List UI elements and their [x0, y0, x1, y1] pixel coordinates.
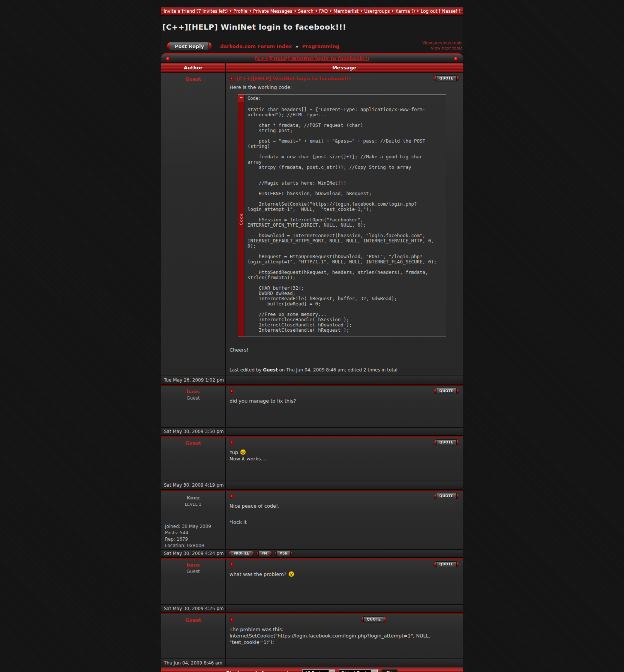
quote-button[interactable]: QUOTE [434, 439, 459, 445]
post-subject-row: QUOTE [230, 561, 459, 567]
topbar-link-profile[interactable]: Profile [234, 9, 248, 14]
code-list-icon: ≡ [238, 95, 244, 102]
quote-button[interactable]: QUOTE [434, 493, 459, 499]
post-icon [230, 494, 234, 498]
post-subject-row: QUOTE [230, 388, 459, 394]
quote-button-label: QUOTE [436, 75, 456, 81]
author-joined: Joined: 30 May 2009 [165, 523, 225, 530]
post-row: Guest QUOTE The problem was this: Intern… [161, 614, 463, 658]
quote-button[interactable]: QUOTE [434, 388, 459, 394]
button-red-cap [434, 439, 436, 445]
topbar-link-faq[interactable]: FAQ [319, 9, 328, 14]
button-red-cap [456, 75, 459, 81]
author-cell: Guest [161, 73, 226, 376]
topic-navigation-links: View previous topic View next topic [422, 41, 462, 51]
thread-title-link[interactable]: [C++][HELP] WinINet login to facebook!!! [255, 56, 369, 61]
profile-button-label: PROFILE [231, 551, 252, 556]
topbar-separator: • [315, 9, 318, 14]
page-title: [C++][HELP] WinINet login to facebook!!! [162, 23, 463, 32]
code-content[interactable]: static char headers[] = {"Content-Type: … [244, 102, 440, 337]
author-posts: Posts: 544 [165, 530, 225, 536]
message-cell: QUOTE Yup Now it works.... [226, 437, 463, 481]
topbar-link-karma[interactable]: Karma () [396, 9, 415, 14]
topbar-separator: • [392, 9, 394, 14]
titlebar-dot-left-icon [166, 57, 170, 61]
post-row: Koez LEVEL 1 Joined: 30 May 2009 Posts: … [161, 491, 463, 549]
post-footer-row: Sat May 30, 2009 4:24 pm PROFILE PM MSN [161, 549, 463, 557]
edited-note-text: on Thu Jun 04, 2009 8:46 am; edited 2 ti… [278, 367, 398, 373]
quote-button[interactable]: QUOTE [434, 75, 459, 81]
breadcrumb-forum-index-link[interactable]: darkode.com Forum Index [220, 44, 292, 49]
quote-button[interactable]: QUOTE [361, 616, 386, 622]
post-author-rank: Guest [161, 395, 225, 401]
post-footer-row: Thu Jun 04, 2009 8:46 am [161, 658, 463, 667]
select-value: All Posts [303, 670, 328, 672]
post-body-line: what was the problem? [230, 571, 459, 577]
topbar-link-usergroups[interactable]: Usergroups [364, 9, 390, 14]
post-author-profile-link[interactable]: Koez [186, 495, 200, 501]
code-block-content-area: Code: static char headers[] = {"Content-… [244, 95, 446, 337]
post-body-line: Cheers! [230, 347, 459, 353]
post-reply-button[interactable]: Post Reply [167, 42, 212, 50]
forum-panel: Invite a friend (7 invites left)•Profile… [161, 8, 463, 672]
breadcrumb-row: Post Reply darkode.com Forum Index » Pro… [162, 41, 462, 51]
post-body-line: "test_cookie=1;"); [230, 639, 459, 645]
topbar-link-search[interactable]: Search [298, 9, 314, 14]
display-posts-label: Display posts from previous: [226, 670, 299, 672]
post-row: baus Guest QUOTE did you manage to fix t… [161, 386, 463, 427]
topbar-link-private-messages[interactable]: Private Messages [253, 9, 292, 14]
display-posts-filter-select[interactable]: All Posts▼ [302, 669, 335, 672]
post-footer-actions [226, 428, 463, 435]
button-red-cap [434, 493, 436, 499]
biggrin-smiley-icon [240, 449, 246, 455]
dropdown-arrow-icon[interactable]: ▼ [328, 670, 335, 672]
code-vertical-bar: Code [238, 102, 244, 337]
topbar-link-logout[interactable]: Log out [ Nassef ] [421, 9, 460, 14]
author-location: Location: 0xB00B [165, 543, 225, 549]
topbar-link-invite-a-friend[interactable]: Invite a friend (7 invites left) [164, 9, 228, 14]
post-author: baus [161, 389, 225, 394]
quote-button-label: QUOTE [436, 493, 456, 499]
post-body-line: Nice peace of code!. [230, 503, 459, 509]
breadcrumb-programming-link[interactable]: Programming [302, 44, 339, 49]
view-previous-topic-link[interactable]: View previous topic [422, 41, 462, 46]
pm-button[interactable]: PM [256, 551, 272, 556]
post-author-rank: LEVEL 1 [161, 502, 225, 507]
profile-button[interactable]: PROFILE [229, 551, 254, 556]
post-body-line: Now it works.... [230, 456, 459, 462]
post-footer-row: Sat May 30, 2009 3:50 pm [161, 427, 463, 435]
post-footer-row: Tue May 26, 2009 1:02 pm [161, 376, 463, 384]
post-author-details: Joined: 30 May 2009 Posts: 544 Rep: 1679… [161, 523, 225, 549]
post-row: baus Guest QUOTE what was the problem? [161, 559, 463, 604]
post-author: Guest [161, 617, 225, 623]
topbar-link-memberlist[interactable]: Memberlist [333, 9, 358, 14]
post-footer-row: Sat May 30, 2009 4:19 pm [161, 481, 463, 489]
msn-button[interactable]: MSN [274, 551, 292, 556]
author-cell: baus Guest [161, 559, 226, 604]
code-vertical-label: Code [239, 213, 244, 225]
topbar-separator: • [230, 9, 232, 14]
post-icon [230, 618, 234, 622]
select-value: Oldest First [339, 670, 371, 672]
topbar-separator: • [417, 9, 419, 14]
post-footer-actions [226, 376, 463, 384]
post-timestamp: Tue May 26, 2009 1:02 pm [161, 376, 226, 384]
post-subject: [C++][HELP] WinINet login to facebook!!! [236, 76, 351, 81]
quote-button[interactable]: QUOTE [434, 561, 459, 567]
message-cell: QUOTE Nice peace of code!. *lock it [226, 491, 463, 549]
dropdown-arrow-icon[interactable]: ▼ [371, 670, 377, 672]
post-footer-actions [226, 605, 463, 612]
post-body-line: *lock it [230, 519, 459, 525]
button-red-cap [456, 493, 459, 499]
post-footer-row: Sat May 30, 2009 4:25 pm [161, 604, 463, 612]
view-next-topic-link[interactable]: View next topic [422, 46, 462, 51]
code-block-left-bar: ≡ Code [238, 95, 244, 337]
button-red-cap [456, 439, 459, 445]
post-subject-row: QUOTE [230, 616, 459, 622]
post-timestamp: Sat May 30, 2009 4:24 pm [161, 550, 226, 557]
post-subject-row: QUOTE [230, 439, 459, 445]
post-body-line: did you manage to fix this? [230, 398, 459, 404]
post-timestamp: Sat May 30, 2009 4:19 pm [161, 481, 226, 489]
display-posts-go-button[interactable]: Go [381, 669, 398, 672]
display-posts-order-select[interactable]: Oldest First▼ [339, 669, 378, 672]
